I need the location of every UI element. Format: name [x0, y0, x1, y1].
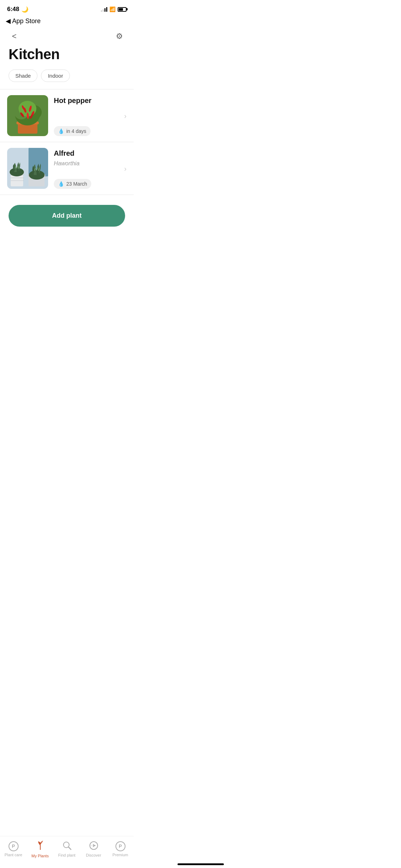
svg-line-26	[19, 166, 19, 169]
nav-header: < ⚙	[0, 28, 134, 45]
plant-species-alfred: Haworthia	[54, 160, 127, 167]
water-drop-icon: 💧	[58, 128, 64, 134]
chevron-right-icon-2: ›	[124, 164, 127, 172]
settings-button[interactable]: ⚙	[114, 31, 125, 42]
status-time: 6:48 🌙	[7, 6, 29, 13]
plant-image-alfred	[7, 148, 48, 189]
plant-name-hot-pepper: Hot pepper	[54, 97, 127, 105]
plant-info-alfred: Alfred Haworthia 💧 23 March	[54, 148, 127, 189]
page-title: Kitchen	[0, 45, 134, 69]
plant-image-hot-pepper	[7, 95, 48, 136]
plant-item-alfred[interactable]: Alfred Haworthia 💧 23 March ›	[0, 142, 134, 195]
tag-indoor[interactable]: Indoor	[41, 69, 70, 82]
tags-row: Shade Indoor	[0, 69, 134, 89]
moon-icon: 🌙	[21, 6, 29, 13]
tag-shade[interactable]: Shade	[9, 69, 37, 82]
signal-icon	[101, 7, 107, 12]
back-triangle-icon: ◀	[6, 17, 11, 25]
chevron-right-icon: ›	[124, 112, 127, 120]
app-store-bar[interactable]: ◀ App Store	[0, 16, 134, 28]
add-plant-container: Add plant	[0, 195, 134, 237]
water-schedule-hot-pepper: 💧 in 4 days	[54, 126, 91, 136]
plant-item-hot-pepper[interactable]: Hot pepper 💧 in 4 days ›	[0, 89, 134, 142]
status-bar: 6:48 🌙 📶	[0, 0, 134, 16]
add-plant-button[interactable]: Add plant	[9, 205, 125, 227]
time-display: 6:48	[7, 6, 19, 13]
app-store-label[interactable]: App Store	[12, 17, 41, 25]
status-indicators: 📶	[101, 6, 127, 12]
back-button[interactable]: <	[9, 31, 20, 42]
battery-icon	[118, 7, 127, 12]
plant-info-hot-pepper: Hot pepper 💧 in 4 days	[54, 95, 127, 136]
water-schedule-alfred: 💧 23 March	[54, 179, 91, 189]
wifi-icon: 📶	[109, 6, 115, 12]
water-drop-icon-2: 💧	[58, 181, 64, 187]
plant-name-alfred: Alfred	[54, 149, 127, 157]
water-date-alfred: 23 March	[66, 181, 87, 187]
water-date-hot-pepper: in 4 days	[66, 128, 86, 134]
